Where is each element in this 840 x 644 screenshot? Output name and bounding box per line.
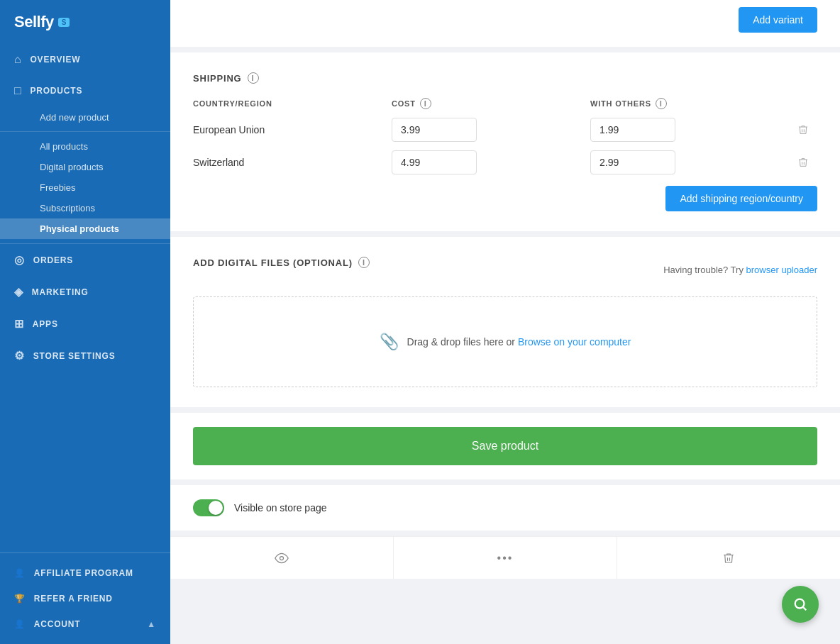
sidebar-item-digital-products[interactable]: Digital products — [0, 157, 170, 177]
brand-badge: S — [58, 18, 70, 27]
sidebar-item-account[interactable]: 👤 Account ▲ — [0, 611, 170, 637]
visible-label: Visible on store page — [234, 502, 327, 513]
toggle-knob — [209, 501, 223, 515]
shipping-title: SHIPPING i — [193, 72, 817, 84]
with-others-input-ch[interactable] — [590, 150, 675, 174]
affiliate-icon: 👤 — [14, 568, 26, 578]
paperclip-icon: 📎 — [380, 333, 399, 351]
sidebar-item-apps[interactable]: ⊞ Apps — [0, 308, 170, 340]
shipping-row: European Union — [193, 118, 817, 142]
account-expand-icon: ▲ — [147, 619, 156, 629]
products-icon: □ — [14, 84, 21, 97]
sidebar-item-all-products[interactable]: All products — [0, 136, 170, 157]
add-shipping-button[interactable]: Add shipping region/country — [665, 186, 817, 211]
col-with-others-header: WITH OTHERS i — [590, 98, 780, 109]
digital-files-header: ADD DIGITAL FILES (OPTIONAL) i Having tr… — [193, 257, 817, 282]
sidebar-bottom-label: Affiliate Program — [34, 568, 133, 578]
overview-icon: ⌂ — [14, 53, 21, 66]
apps-icon: ⊞ — [14, 317, 24, 331]
sidebar-bottom: 👤 Affiliate Program 🏆 Refer a Friend 👤 A… — [0, 553, 170, 644]
svg-point-0 — [280, 556, 284, 560]
search-fab[interactable] — [782, 586, 819, 623]
region-name: Switzerland — [193, 157, 383, 168]
marketing-icon: ◈ — [14, 285, 23, 299]
account-icon: 👤 — [14, 619, 26, 629]
digital-files-title: ADD DIGITAL FILES (OPTIONAL) i — [193, 257, 370, 268]
delete-eu-row-button[interactable] — [789, 124, 817, 135]
sidebar-item-freebies[interactable]: Freebies — [0, 177, 170, 198]
orders-icon: ◎ — [14, 253, 25, 267]
cost-input-eu[interactable] — [392, 118, 477, 142]
main-content: Add variant SHIPPING i COUNTRY/REGION CO… — [170, 0, 840, 644]
refer-icon: 🏆 — [14, 594, 26, 604]
sidebar-item-products[interactable]: □ Products — [0, 75, 170, 106]
add-shipping-row: Add shipping region/country — [193, 186, 817, 211]
save-section: Save product — [170, 413, 840, 479]
with-others-cell — [590, 118, 780, 142]
sidebar-item-label: Store Settings — [33, 351, 116, 361]
shipping-section: SHIPPING i COUNTRY/REGION COST i WITH OT… — [170, 52, 840, 231]
shipping-row: Switzerland — [193, 150, 817, 174]
browser-uploader-link[interactable]: browser uploader — [746, 265, 817, 275]
more-actions[interactable]: ••• — [394, 537, 617, 579]
delete-action[interactable] — [617, 537, 840, 579]
sidebar-item-store-settings[interactable]: ⚙ Store Settings — [0, 340, 170, 372]
store-settings-icon: ⚙ — [14, 349, 25, 362]
save-product-button[interactable]: Save product — [193, 427, 817, 465]
file-drop-zone[interactable]: 📎 Drag & drop files here or Browse on yo… — [193, 296, 817, 387]
products-submenu: All products Digital products Freebies S… — [0, 131, 170, 244]
sidebar-item-affiliate[interactable]: 👤 Affiliate Program — [0, 560, 170, 586]
visible-section: Visible on store page — [170, 485, 840, 531]
sidebar-item-label: Marketing — [32, 287, 89, 297]
add-new-product-link[interactable]: Add new product — [0, 106, 170, 131]
delete-ch-row-button[interactable] — [789, 157, 817, 168]
sidebar-item-marketing[interactable]: ◈ Marketing — [0, 276, 170, 308]
sidebar-item-subscriptions[interactable]: Subscriptions — [0, 198, 170, 218]
ellipsis-icon: ••• — [497, 552, 514, 565]
sidebar-item-label: Products — [30, 86, 82, 96]
col-country-header: COUNTRY/REGION — [193, 98, 383, 109]
sidebar-item-physical-products[interactable]: Physical products — [0, 218, 170, 239]
brand-name: Sellfy — [14, 13, 54, 31]
svg-line-2 — [803, 607, 806, 610]
digital-files-section: ADD DIGITAL FILES (OPTIONAL) i Having tr… — [170, 237, 840, 407]
svg-point-1 — [795, 599, 805, 609]
drop-text: Drag & drop files here or Browse on your… — [407, 336, 631, 348]
bottom-action-bar: ••• — [170, 536, 840, 579]
shipping-info-icon[interactable]: i — [248, 72, 259, 84]
sidebar-item-label: Apps — [33, 319, 58, 329]
logo[interactable]: Sellfy S — [0, 0, 170, 44]
digital-files-info-icon[interactable]: i — [358, 257, 370, 268]
visible-toggle[interactable] — [193, 499, 224, 516]
sidebar-bottom-label: Refer a Friend — [34, 594, 113, 604]
having-trouble-text: Having trouble? Try browser uploader — [663, 265, 817, 275]
sidebar-item-label: Overview — [30, 55, 80, 65]
sidebar-item-overview[interactable]: ⌂ Overview — [0, 44, 170, 75]
sidebar-item-orders[interactable]: ◎ Orders — [0, 244, 170, 276]
with-others-cell — [590, 150, 780, 174]
sidebar-navigation: ⌂ Overview □ Products Add new product Al… — [0, 44, 170, 553]
sidebar-item-refer[interactable]: 🏆 Refer a Friend — [0, 586, 170, 611]
preview-action[interactable] — [170, 537, 394, 579]
col-cost-header: COST i — [392, 98, 582, 109]
region-name: European Union — [193, 124, 383, 135]
cost-input-ch[interactable] — [392, 150, 477, 174]
sidebar-bottom-label: Account — [34, 619, 81, 629]
cost-info-icon[interactable]: i — [420, 98, 431, 109]
with-others-info-icon[interactable]: i — [656, 98, 667, 109]
sidebar: Sellfy S ⌂ Overview □ Products Add new p… — [0, 0, 170, 644]
cost-cell — [392, 150, 582, 174]
shipping-table-header: COUNTRY/REGION COST i WITH OTHERS i — [193, 98, 817, 109]
with-others-input-eu[interactable] — [590, 118, 675, 142]
cost-cell — [392, 118, 582, 142]
add-variant-button[interactable]: Add variant — [739, 7, 817, 33]
browse-link[interactable]: Browse on your computer — [518, 336, 631, 348]
sidebar-item-label: Orders — [33, 255, 73, 265]
add-variant-section: Add variant — [170, 0, 840, 47]
